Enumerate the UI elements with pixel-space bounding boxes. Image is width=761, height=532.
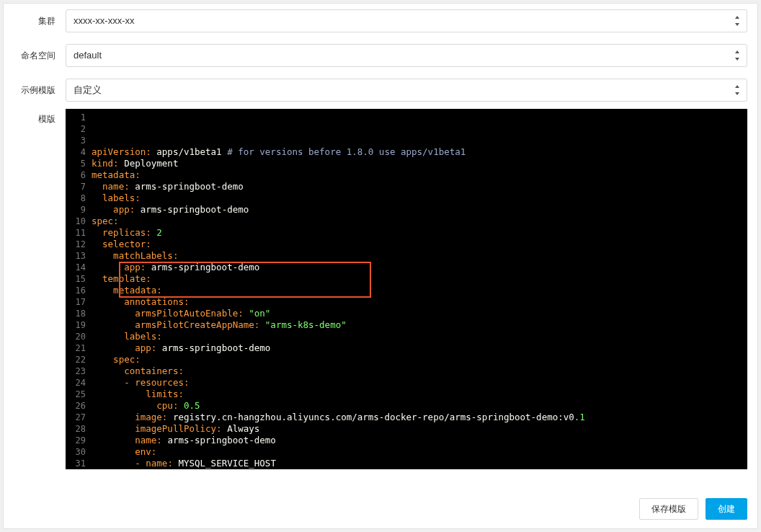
save-template-button[interactable]: 保存模版 <box>639 498 698 520</box>
select-namespace[interactable]: default <box>66 44 747 67</box>
updown-icon <box>734 85 741 95</box>
row-editor: 模版 1234567891011121314151617181920212223… <box>4 107 757 469</box>
code-area[interactable]: apiVersion: apps/v1beta1 # for versions … <box>92 112 747 469</box>
select-template-example[interactable]: 自定义 <box>66 79 747 102</box>
line-gutter: 1234567891011121314151617181920212223242… <box>66 112 92 469</box>
footer: 保存模版 创建 <box>639 498 747 520</box>
label-cluster: 集群 <box>4 15 66 27</box>
create-button[interactable]: 创建 <box>706 498 747 520</box>
label-editor: 模版 <box>4 109 66 125</box>
row-cluster: 集群 xxxx-xx-xxx-xx <box>4 4 757 38</box>
label-namespace: 命名空间 <box>4 50 66 62</box>
select-template-example-value: 自定义 <box>74 84 102 95</box>
label-template-example: 示例模版 <box>4 84 66 97</box>
updown-icon <box>734 50 741 61</box>
select-namespace-value: default <box>74 50 102 61</box>
config-panel: 集群 xxxx-xx-xxx-xx 命名空间 default 示例模版 自定义 … <box>3 3 758 529</box>
row-namespace: 命名空间 default <box>4 38 757 73</box>
yaml-editor[interactable]: 1234567891011121314151617181920212223242… <box>66 109 747 469</box>
select-cluster[interactable]: xxxx-xx-xxx-xx <box>66 9 747 32</box>
row-template-example: 示例模版 自定义 <box>4 73 757 107</box>
updown-icon <box>734 16 741 26</box>
select-cluster-value: xxxx-xx-xxx-xx <box>74 15 135 26</box>
